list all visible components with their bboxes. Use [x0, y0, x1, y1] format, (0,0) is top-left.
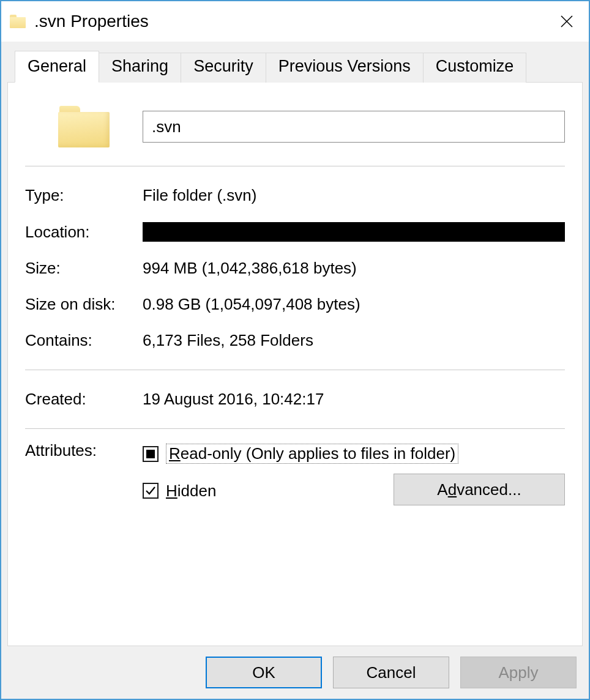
attributes-label: Attributes: — [25, 441, 143, 460]
folder-icon — [58, 106, 110, 147]
button-bar: OK Cancel Apply — [7, 646, 583, 699]
client-area: General Sharing Security Previous Versio… — [1, 42, 589, 699]
created-label: Created: — [25, 390, 143, 409]
cancel-button[interactable]: Cancel — [333, 657, 449, 688]
created-value: 19 August 2016, 10:42:17 — [143, 390, 565, 409]
properties-dialog: .svn Properties General Sharing Security… — [0, 0, 590, 700]
hidden-checkbox[interactable] — [143, 483, 159, 499]
tab-previous-versions[interactable]: Previous Versions — [266, 53, 424, 83]
hidden-label: Hidden — [166, 482, 216, 501]
tab-security[interactable]: Security — [181, 53, 266, 83]
advanced-button[interactable]: Advanced... — [394, 474, 565, 505]
type-value: File folder (.svn) — [143, 186, 565, 205]
tab-general[interactable]: General — [15, 51, 99, 83]
size-on-disk-value: 0.98 GB (1,054,097,408 bytes) — [143, 295, 565, 314]
tab-sharing[interactable]: Sharing — [99, 53, 181, 83]
close-button[interactable] — [548, 7, 585, 36]
close-icon — [559, 14, 574, 29]
size-on-disk-label: Size on disk: — [25, 295, 143, 314]
tab-customize[interactable]: Customize — [424, 53, 527, 83]
attributes-row: Attributes: Read-only (Only applies to f… — [25, 429, 565, 505]
apply-button[interactable]: Apply — [460, 657, 577, 688]
name-row: .svn — [25, 106, 565, 147]
readonly-checkbox[interactable] — [143, 446, 159, 462]
type-label: Type: — [25, 186, 143, 205]
size-label: Size: — [25, 259, 143, 278]
tabstrip: General Sharing Security Previous Versio… — [7, 53, 583, 83]
contains-value: 6,173 Files, 258 Folders — [143, 331, 565, 350]
advanced-label: Advanced... — [437, 480, 521, 499]
check-icon — [144, 485, 157, 497]
readonly-label: Read-only (Only applies to files in fold… — [166, 444, 458, 464]
location-label: Location: — [25, 223, 143, 242]
contains-label: Contains: — [25, 331, 143, 350]
window-title: .svn Properties — [34, 12, 548, 31]
ok-button[interactable]: OK — [206, 657, 322, 688]
titlebar: .svn Properties — [1, 1, 589, 42]
folder-name-input[interactable]: .svn — [143, 111, 565, 143]
folder-name-value: .svn — [152, 117, 181, 136]
general-panel: .svn Type: File folder (.svn) Location: … — [7, 82, 583, 646]
folder-icon — [10, 15, 26, 28]
size-value: 994 MB (1,042,386,618 bytes) — [143, 259, 565, 278]
location-value-redacted — [143, 222, 565, 242]
